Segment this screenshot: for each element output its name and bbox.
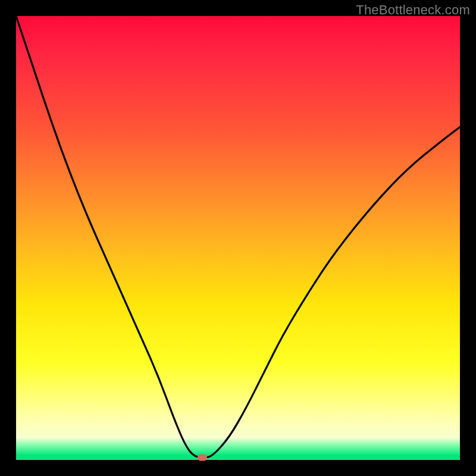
- watermark-text: TheBottleneck.com: [356, 2, 470, 18]
- optimum-marker: [198, 454, 207, 461]
- chart-frame: TheBottleneck.com: [0, 0, 476, 476]
- bottleneck-curve: [16, 16, 460, 460]
- plot-area: [16, 16, 460, 460]
